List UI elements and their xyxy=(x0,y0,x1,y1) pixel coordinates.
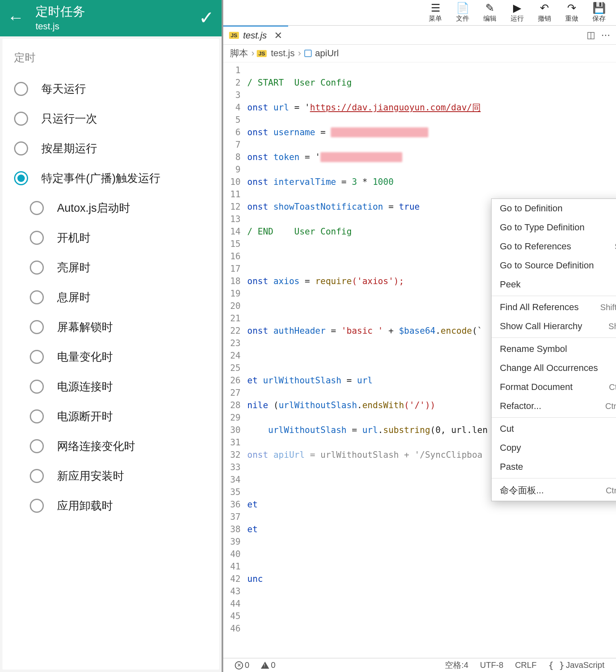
menu-item[interactable]: Go to Source Definition xyxy=(492,256,616,275)
radio-icon xyxy=(30,201,44,215)
breadcrumb-symbol[interactable]: apiUrl xyxy=(315,48,339,59)
radio-icon xyxy=(30,231,44,245)
line-gutter: 1234567891011121314151617181920212223242… xyxy=(223,62,245,658)
radio-icon xyxy=(30,499,44,513)
menu-item[interactable]: Format DocumentCtrl+Shift+I xyxy=(492,378,616,397)
tab-filename: test.js xyxy=(243,30,267,41)
status-warnings[interactable]: 0 xyxy=(261,660,275,670)
radio-option-11[interactable]: 电源断开时 xyxy=(2,402,219,431)
tab-testjs[interactable]: JS test.js ✕ xyxy=(223,26,288,44)
radio-icon xyxy=(30,261,44,275)
status-eol[interactable]: CRLF xyxy=(515,660,537,670)
status-language[interactable]: { }JavaScript xyxy=(548,660,604,670)
radio-option-3[interactable]: 特定事件(广播)触发运行 xyxy=(2,163,219,193)
menu-item-label: Go to Type Definition xyxy=(500,222,585,233)
radio-label: 亮屏时 xyxy=(57,260,91,275)
radio-option-6[interactable]: 亮屏时 xyxy=(2,253,219,282)
radio-icon xyxy=(30,409,44,423)
menu-button-icon: ☰ xyxy=(431,2,440,13)
radio-label: 按星期运行 xyxy=(41,141,97,156)
redacted-value: xxxxxxxxxxxxxxxxxx xyxy=(331,127,428,137)
edit-button-icon: ✎ xyxy=(485,2,494,13)
menu-item-label: Go to Definition xyxy=(500,203,563,214)
file-button-label: 文件 xyxy=(456,14,469,23)
menu-item[interactable]: 命令面板...Ctrl+Shift+P xyxy=(492,480,616,501)
radio-label: 电量变化时 xyxy=(57,349,113,364)
menu-item[interactable]: Copy xyxy=(492,438,616,457)
radio-option-1[interactable]: 只运行一次 xyxy=(2,104,219,134)
menu-button[interactable]: ☰菜单 xyxy=(422,0,449,25)
menu-item[interactable]: Refactor...Ctrl+Shift+R xyxy=(492,397,616,416)
menu-item-shortcut: Shift+Alt+H xyxy=(609,322,616,331)
left-header: ← 定时任务 test.js ✓ xyxy=(0,0,222,36)
run-button[interactable]: ▶运行 xyxy=(504,0,531,25)
save-button-label: 保存 xyxy=(592,14,606,23)
radio-option-8[interactable]: 屏幕解锁时 xyxy=(2,312,219,342)
file-button-icon: 📄 xyxy=(456,2,469,13)
redo-button[interactable]: ↷重做 xyxy=(558,0,585,25)
radio-option-9[interactable]: 电量变化时 xyxy=(2,342,219,372)
radio-option-2[interactable]: 按星期运行 xyxy=(2,134,219,163)
undo-button-label: 撤销 xyxy=(538,14,551,23)
radio-icon xyxy=(14,82,28,96)
status-spaces[interactable]: 空格:4 xyxy=(445,660,468,671)
radio-option-4[interactable]: Autox.js启动时 xyxy=(2,193,219,223)
breadcrumb-file[interactable]: test.js xyxy=(271,48,294,59)
radio-option-5[interactable]: 开机时 xyxy=(2,223,219,253)
menu-item-label: Find All References xyxy=(500,302,579,313)
context-menu: Go to DefinitionCtrl+F12Go to Type Defin… xyxy=(491,198,616,501)
radio-option-12[interactable]: 网络连接变化时 xyxy=(2,431,219,461)
radio-icon xyxy=(14,141,28,155)
radio-option-13[interactable]: 新应用安装时 xyxy=(2,461,219,491)
left-pane: ← 定时任务 test.js ✓ 定时 每天运行只运行一次按星期运行特定事件(广… xyxy=(0,0,223,672)
menu-item[interactable]: Cut xyxy=(492,419,616,438)
tab-close-icon[interactable]: ✕ xyxy=(274,30,282,41)
menu-item-shortcut: Ctrl+Shift+R xyxy=(605,402,616,411)
status-errors[interactable]: ✕0 xyxy=(235,660,249,670)
save-button-icon: 💾 xyxy=(592,2,606,13)
tab-bar: JS test.js ✕ ◫ ⋯ xyxy=(223,26,616,45)
menu-item[interactable]: Rename SymbolF2 xyxy=(492,340,616,359)
menu-item[interactable]: Find All ReferencesShift+Alt+F12 xyxy=(492,298,616,317)
menu-item-label: Change All Occurrences xyxy=(500,363,598,373)
menu-button-label: 菜单 xyxy=(429,14,442,23)
split-editor-icon[interactable]: ◫ xyxy=(587,30,595,41)
save-button[interactable]: 💾保存 xyxy=(585,0,613,25)
menu-item[interactable]: Show Call HierarchyShift+Alt+H xyxy=(492,317,616,336)
breadcrumb[interactable]: 脚本 › JS test.js › apiUrl xyxy=(223,45,616,62)
menu-item-label: 命令面板... xyxy=(500,484,544,497)
undo-button-icon: ↶ xyxy=(540,2,549,13)
section-label: 定时 xyxy=(2,47,219,74)
radio-label: 新应用安装时 xyxy=(57,469,124,483)
undo-button[interactable]: ↶撤销 xyxy=(531,0,558,25)
js-badge-icon: JS xyxy=(229,32,239,39)
radio-option-10[interactable]: 电源连接时 xyxy=(2,372,219,402)
file-button[interactable]: 📄文件 xyxy=(449,0,476,25)
radio-option-0[interactable]: 每天运行 xyxy=(2,74,219,104)
edit-button[interactable]: ✎编辑 xyxy=(476,0,504,25)
redacted-value: xxxxxxxxxxxxxxx xyxy=(320,152,402,162)
menu-item-label: Rename Symbol xyxy=(500,344,567,354)
radio-icon xyxy=(30,320,44,334)
menu-item-label: Show Call Hierarchy xyxy=(500,321,582,332)
radio-option-14[interactable]: 应用卸载时 xyxy=(2,491,219,521)
menu-item[interactable]: Go to DefinitionCtrl+F12 xyxy=(492,199,616,218)
radio-option-7[interactable]: 息屏时 xyxy=(2,282,219,312)
menu-item[interactable]: Peek› xyxy=(492,275,616,294)
radio-label: 电源连接时 xyxy=(57,379,113,394)
menu-item-label: Copy xyxy=(500,442,521,453)
status-encoding[interactable]: UTF-8 xyxy=(480,660,504,670)
radio-icon xyxy=(14,171,28,185)
back-icon[interactable]: ← xyxy=(7,8,24,27)
menu-item-label: Go to References xyxy=(500,241,571,252)
confirm-icon[interactable]: ✓ xyxy=(199,7,214,28)
breadcrumb-root[interactable]: 脚本 xyxy=(230,47,248,60)
menu-item[interactable]: Paste xyxy=(492,457,616,476)
menu-item[interactable]: Change All OccurrencesCtrl+F2 xyxy=(492,359,616,378)
radio-label: 应用卸载时 xyxy=(57,498,113,513)
menu-item[interactable]: Go to Type Definition xyxy=(492,218,616,237)
more-icon[interactable]: ⋯ xyxy=(601,30,610,41)
menu-item[interactable]: Go to ReferencesShift+F12 xyxy=(492,237,616,256)
radio-label: 电源断开时 xyxy=(57,409,113,424)
radio-label: 只运行一次 xyxy=(41,111,97,126)
